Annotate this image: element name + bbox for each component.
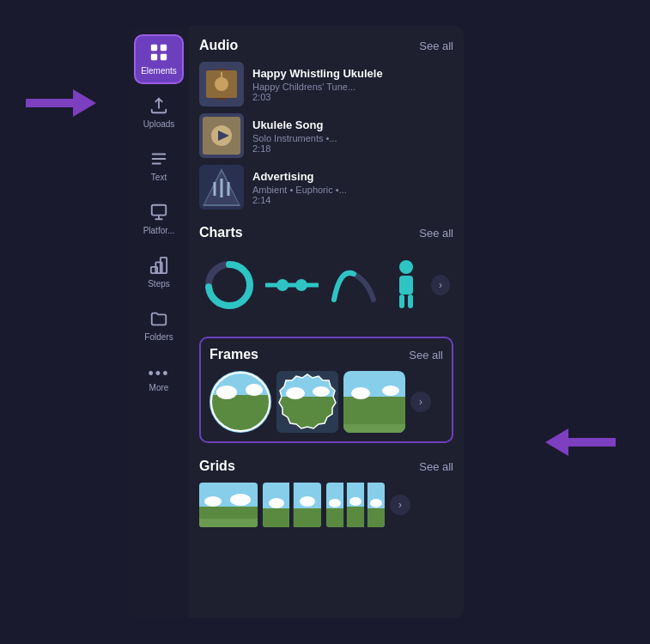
sidebar-item-folders[interactable]: Folders <box>134 301 184 350</box>
grids-see-all[interactable]: See all <box>419 460 453 473</box>
sidebar-steps-label: Steps <box>148 280 170 289</box>
sidebar: Elements Uploads Text <box>129 26 189 618</box>
uploads-icon <box>149 96 168 118</box>
grids-row: › <box>199 483 453 527</box>
sidebar-item-uploads[interactable]: Uploads <box>134 88 184 137</box>
audio-duration-2: 2:18 <box>252 143 453 154</box>
charts-section: Charts See all <box>199 225 453 321</box>
audio-see-all[interactable]: See all <box>419 39 453 52</box>
grid-item-1[interactable] <box>199 483 258 527</box>
frames-section: Frames See all <box>199 337 453 443</box>
frames-section-title: Frames <box>210 347 258 362</box>
svg-rect-43 <box>343 424 405 433</box>
sidebar-item-steps[interactable]: Steps <box>134 247 184 297</box>
svg-point-49 <box>204 496 222 507</box>
audio-subtitle-2: Solo Instruments •... <box>252 133 453 143</box>
svg-point-35 <box>246 384 263 396</box>
audio-thumb-1 <box>199 62 244 106</box>
svg-rect-28 <box>399 276 413 295</box>
sidebar-item-elements[interactable]: Elements <box>134 34 184 84</box>
frames-section-header: Frames See all <box>210 347 443 362</box>
charts-section-title: Charts <box>199 225 243 240</box>
frames-see-all[interactable]: See all <box>409 349 443 361</box>
svg-point-25 <box>276 279 289 291</box>
svg-rect-3 <box>161 54 167 60</box>
svg-point-66 <box>370 499 382 507</box>
svg-rect-63 <box>368 508 385 527</box>
audio-section-header: Audio See all <box>199 38 453 53</box>
charts-see-all[interactable]: See all <box>419 227 453 240</box>
text-icon <box>149 149 168 171</box>
chart-bar[interactable] <box>264 256 318 314</box>
steps-icon <box>149 256 168 277</box>
grid-item-3[interactable] <box>326 483 385 527</box>
audio-duration-3: 2:14 <box>252 195 453 205</box>
svg-rect-0 <box>151 45 157 51</box>
sidebar-folders-label: Folders <box>144 333 173 342</box>
right-arrow <box>538 421 624 464</box>
svg-rect-2 <box>151 54 157 60</box>
audio-title-1: Happy Whistling Ukulele <box>252 67 453 80</box>
sidebar-elements-label: Elements <box>141 67 177 76</box>
more-icon: ••• <box>149 366 170 381</box>
grids-section-title: Grids <box>199 459 235 474</box>
svg-point-39 <box>286 387 305 399</box>
svg-point-44 <box>351 387 370 399</box>
svg-point-11 <box>215 77 228 91</box>
svg-point-45 <box>382 386 399 396</box>
svg-point-64 <box>329 499 341 507</box>
sidebar-platform-label: Platfor... <box>143 227 175 235</box>
chart-arc[interactable] <box>327 256 380 314</box>
charts-row: › <box>199 249 453 321</box>
audio-subtitle-1: Happy Childrens' Tune... <box>252 82 453 92</box>
audio-subtitle-3: Ambient • Euphoric •... <box>252 185 453 195</box>
audio-item-1[interactable]: Happy Whistling Ukulele Happy Childrens'… <box>199 62 453 106</box>
chart-donut[interactable] <box>203 256 256 314</box>
audio-item-2[interactable]: Ukulele Song Solo Instruments •... 2:18 <box>199 113 453 158</box>
platform-icon <box>149 203 168 224</box>
svg-point-40 <box>313 386 330 397</box>
sidebar-item-text[interactable]: Text <box>134 141 184 191</box>
svg-rect-30 <box>408 295 413 308</box>
frame-item-1[interactable] <box>210 371 271 433</box>
frames-row: › <box>210 371 443 433</box>
svg-rect-53 <box>263 508 290 527</box>
grids-section: Grids See all <box>199 459 453 527</box>
svg-rect-4 <box>152 205 167 216</box>
frame-item-2[interactable] <box>276 371 338 433</box>
svg-point-65 <box>349 497 361 506</box>
sidebar-text-label: Text <box>151 173 167 182</box>
audio-info-1: Happy Whistling Ukulele Happy Childrens'… <box>252 67 453 102</box>
frames-next-button[interactable]: › <box>410 392 431 412</box>
audio-section-title: Audio <box>199 38 238 53</box>
audio-thumb-3 <box>199 165 244 210</box>
content-area: Audio See all <box>189 26 464 618</box>
svg-rect-48 <box>199 519 258 527</box>
elements-icon <box>149 43 168 64</box>
svg-rect-54 <box>294 508 321 527</box>
audio-item-3[interactable]: Advertising Ambient • Euphoric •... 2:14 <box>199 165 453 210</box>
audio-info-3: Advertising Ambient • Euphoric •... 2:14 <box>252 170 453 205</box>
svg-rect-29 <box>399 295 404 308</box>
chart-person[interactable] <box>389 256 422 314</box>
audio-thumb-2 <box>199 113 244 158</box>
charts-section-header: Charts See all <box>199 225 453 240</box>
audio-duration-1: 2:03 <box>252 92 453 102</box>
svg-point-55 <box>269 498 284 508</box>
svg-rect-62 <box>347 507 364 527</box>
svg-rect-33 <box>210 395 271 433</box>
audio-info-2: Ukulele Song Solo Instruments •... 2:18 <box>252 118 453 154</box>
audio-section: Audio See all <box>199 38 453 210</box>
svg-point-27 <box>399 260 413 274</box>
sidebar-item-platform[interactable]: Platfor... <box>134 194 184 244</box>
scene: Elements Uploads Text <box>0 0 650 644</box>
charts-next-button[interactable]: › <box>431 275 450 295</box>
grid-item-2[interactable] <box>263 483 321 527</box>
svg-rect-61 <box>326 508 343 527</box>
main-panel: Elements Uploads Text <box>129 26 464 618</box>
svg-point-50 <box>230 494 251 506</box>
grids-section-header: Grids See all <box>199 459 453 474</box>
sidebar-item-more[interactable]: ••• More <box>134 354 184 404</box>
grids-next-button[interactable]: › <box>390 495 410 515</box>
frame-item-3[interactable] <box>343 371 405 433</box>
